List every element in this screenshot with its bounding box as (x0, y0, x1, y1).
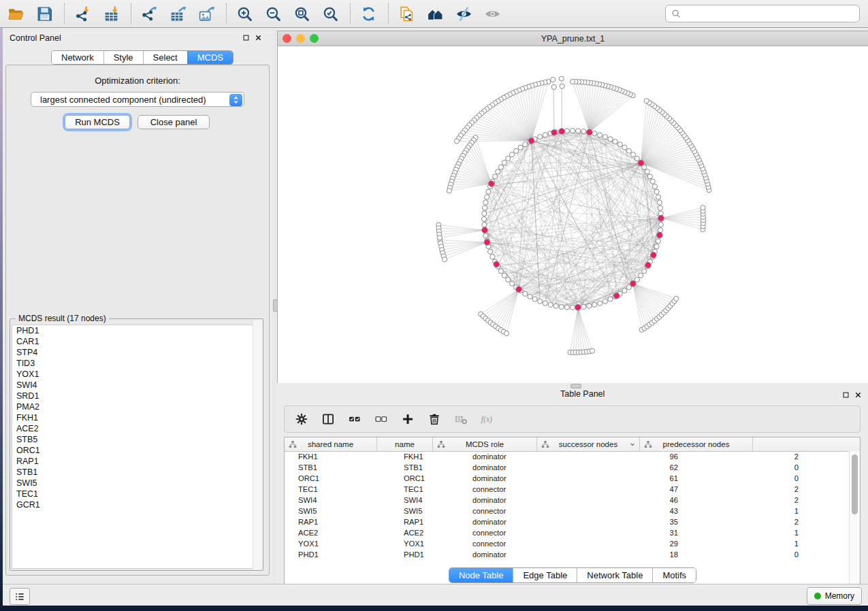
save-button[interactable] (34, 3, 54, 24)
export-table-button[interactable] (167, 3, 188, 24)
table-row[interactable]: RAP1RAP1dominator352 (285, 516, 850, 527)
deselect-all-button[interactable] (374, 412, 388, 427)
table-row[interactable]: SWI5SWI5connector431 (285, 506, 850, 516)
import-network-icon (74, 5, 91, 22)
network-canvas[interactable] (278, 46, 868, 383)
search-box[interactable] (665, 5, 860, 22)
show-columns-button[interactable] (321, 412, 335, 427)
network-view[interactable] (277, 46, 868, 383)
tab-mcds[interactable]: MCDS (187, 51, 233, 64)
shared-column-icon (644, 440, 652, 448)
select-all-button[interactable] (347, 412, 361, 427)
open-button[interactable] (5, 3, 26, 24)
column-header-MCDS-role[interactable]: MCDS role (433, 437, 537, 451)
table-header: shared namenameMCDS rolesuccessor nodesp… (285, 437, 860, 452)
list-item[interactable]: YOX1 (12, 369, 261, 380)
splitter-handle[interactable] (570, 384, 581, 389)
zoom-selected-button[interactable] (320, 3, 340, 24)
column-header-predecessor-nodes[interactable]: predecessor nodes (640, 437, 753, 451)
scrollbar-thumb[interactable] (852, 455, 858, 514)
table-row[interactable]: ACE2ACE2connector311 (285, 527, 850, 538)
clone-network-icon (398, 5, 415, 22)
list-item[interactable]: FKH1 (12, 412, 261, 423)
hide-selected-button[interactable] (453, 3, 474, 24)
network-window-titlebar[interactable]: YPA_prune.txt_1 (277, 31, 868, 46)
table-row[interactable]: SWI4SWI4dominator462 (285, 495, 850, 506)
shared-column-icon (437, 440, 445, 448)
tab-network[interactable]: Network (52, 51, 103, 64)
delete-table-button[interactable] (453, 412, 468, 427)
table-cell: dominator (459, 451, 576, 462)
tab-edge-table[interactable]: Edge Table (513, 568, 577, 582)
list-item[interactable]: PMA2 (12, 401, 261, 412)
table-options-button[interactable] (294, 412, 308, 427)
table-row[interactable]: STB1STB1dominator620 (285, 462, 850, 473)
task-history-button[interactable] (10, 588, 30, 605)
table-cell: 43 (576, 506, 686, 516)
zoom-in-button[interactable] (234, 3, 255, 24)
refresh-button[interactable] (358, 3, 379, 24)
float-panel-icon[interactable] (242, 34, 250, 42)
vertical-splitter[interactable] (272, 28, 277, 584)
criterion-dropdown[interactable]: largest connected component (undirected) (31, 92, 244, 107)
mcds-result-list[interactable]: PHD1CAR1STP4TID3YOX1SWI4SRD1PMA2FKH1ACE2… (12, 325, 261, 569)
export-image-button[interactable] (196, 3, 216, 24)
list-item[interactable]: GCR1 (12, 499, 261, 510)
table-cell: connector (459, 484, 576, 495)
run-mcds-button[interactable]: Run MCDS (65, 115, 130, 129)
shared-column-icon (541, 440, 549, 448)
list-item[interactable]: SWI5 (12, 478, 261, 489)
close-panel-icon[interactable] (854, 391, 862, 399)
list-item[interactable]: TID3 (12, 358, 261, 369)
list-item[interactable]: ACE2 (12, 423, 261, 434)
close-panel-icon[interactable] (255, 34, 262, 42)
list-item[interactable]: ORC1 (12, 445, 261, 456)
zoom-fit-button[interactable] (291, 3, 312, 24)
search-input[interactable] (682, 6, 859, 21)
tab-motifs[interactable]: Motifs (652, 568, 696, 582)
clone-network-button[interactable] (396, 3, 417, 24)
table-row[interactable]: FKH1FKH1dominator962 (285, 451, 850, 462)
table-row[interactable]: ORC1ORC1dominator610 (285, 473, 850, 484)
table-row[interactable]: TEC1TEC1connector472 (285, 484, 850, 495)
tab-network-table[interactable]: Network Table (577, 568, 652, 582)
list-item[interactable]: PHD1 (12, 325, 261, 336)
float-panel-icon[interactable] (842, 391, 850, 399)
first-neighbors-button[interactable] (425, 3, 445, 24)
memory-button[interactable]: Memory (807, 587, 862, 605)
table-cell: ORC1 (390, 473, 459, 484)
list-item[interactable]: CAR1 (12, 336, 261, 347)
table-cell: ACE2 (390, 527, 459, 538)
columns-icon (321, 412, 335, 426)
column-header-shared-name[interactable]: shared name (285, 437, 377, 451)
tab-style[interactable]: Style (103, 51, 143, 64)
list-item[interactable]: SWI4 (12, 380, 261, 391)
list-item[interactable]: SRD1 (12, 391, 261, 401)
show-all-button[interactable] (482, 3, 502, 24)
zoom-out-button[interactable] (263, 3, 283, 24)
list-item[interactable]: RAP1 (12, 456, 261, 467)
tab-select[interactable]: Select (143, 51, 187, 64)
export-network-button[interactable] (139, 3, 159, 24)
column-header-name[interactable]: name (377, 437, 433, 451)
tab-node-table[interactable]: Node Table (449, 568, 513, 582)
trash-icon (428, 412, 441, 426)
status-bar: Memory (3, 584, 868, 606)
delete-column-button[interactable] (427, 412, 441, 427)
table-row[interactable]: YOX1YOX1connector291 (285, 538, 850, 549)
add-column-button[interactable] (400, 412, 415, 427)
table-row[interactable]: PHD1PHD1dominator180 (285, 549, 850, 560)
list-item[interactable]: TEC1 (12, 489, 261, 499)
close-panel-button[interactable]: Close panel (138, 115, 210, 129)
list-item[interactable]: STP4 (12, 347, 261, 358)
import-network-button[interactable] (72, 3, 93, 24)
table-cell: 96 (576, 451, 686, 462)
mcds-list-scrollbar[interactable] (253, 320, 262, 569)
horizontal-splitter[interactable] (277, 383, 868, 388)
function-builder-button[interactable] (480, 412, 494, 427)
column-label: MCDS role (466, 440, 504, 448)
list-item[interactable]: STB5 (12, 434, 261, 445)
list-item[interactable]: STB1 (12, 467, 261, 478)
import-table-button[interactable] (101, 3, 121, 24)
column-header-successor-nodes[interactable]: successor nodes (537, 437, 640, 451)
